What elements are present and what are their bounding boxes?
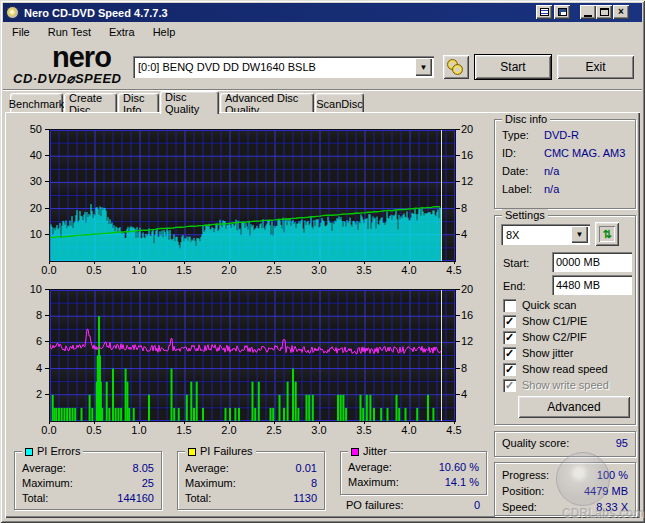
disc-info-label: Date: [502,165,544,177]
checkbox-show-c2-pif[interactable]: ✓Show C2/PIF [503,330,587,344]
y-axis-right-tick: 12 [461,175,487,187]
y-axis-right-tick: 8 [461,202,487,214]
y-axis-right-tick: 8 [461,362,487,374]
stat-label: Total: [185,492,211,504]
title-bar[interactable]: Nero CD-DVD Speed 4.7.7.3 × [3,3,642,22]
stat-value: 10.60 % [439,461,479,473]
tab-create-disc[interactable]: Create Disc [64,93,117,113]
tab-advanced-disc-quality[interactable]: Advanced Disc Quality [220,93,314,113]
tick-mark [45,208,49,209]
tab-benchmark[interactable]: Benchmark [10,93,63,113]
checkbox-show-jitter[interactable]: ✓Show jitter [503,346,573,360]
close-icon: × [618,7,624,17]
progress-label: Progress: [502,469,549,481]
x-axis-tick: 3.0 [304,424,334,436]
jitter-series [50,329,441,354]
tab-scandisc[interactable]: ScanDisc [315,93,364,113]
tick-mark [45,234,49,235]
x-axis-tick: 3.5 [349,424,379,436]
stat-value: 14.1 % [445,476,479,488]
x-axis-tick: 0.5 [79,424,109,436]
end-mb-field[interactable]: 4480 MB [552,275,632,295]
tick-mark [456,155,460,156]
checkbox-quick-scan[interactable]: Quick scan [503,298,576,312]
menu-bar: File Run Test Extra Help [3,22,642,41]
checkbox-show-c1-pie[interactable]: ✓Show C1/PIE [503,314,587,328]
disc-info-value: n/a [544,165,559,177]
pi-failures-panel: PI Failures Average:0.01 Maximum:8 Total… [177,451,325,510]
tick-mark [409,261,410,264]
x-axis-tick: 2.0 [214,264,244,276]
pi-failures-panel-title: PI Failures [185,445,256,457]
tick-mark [49,421,50,424]
x-axis-tick: 0.0 [34,264,64,276]
chart-canvas [50,130,455,261]
checkbox-show-read-speed[interactable]: ✓Show read speed [503,362,608,376]
tick-mark [45,289,49,290]
x-axis-tick: 4.5 [439,424,469,436]
tick-mark [184,261,185,264]
tab-disc-quality[interactable]: Disc Quality [160,91,219,114]
tick-mark [45,368,49,369]
settings-title: Settings [502,209,548,221]
drive-select[interactable]: [0:0] BENQ DVD DD DW1640 BSLB ▼ [133,56,434,78]
advanced-button[interactable]: Advanced [518,396,630,418]
tick-mark [45,181,49,182]
stat-value: 25 [142,477,154,489]
chevron-down-icon[interactable]: ▼ [415,58,432,76]
nero-discs-button[interactable] [443,55,469,79]
y-axis-left-tick: 6 [12,335,42,347]
pi-errors-panel-title: PI Errors [22,445,83,457]
y-axis-left-tick: 8 [12,309,42,321]
speed-label: Speed: [502,501,537,513]
y-axis-right-tick: 4 [461,388,487,400]
disc-info-value: DVD-R [544,129,579,141]
stat-value: 1130 [293,492,317,504]
tick-mark [229,421,230,424]
y-axis-right-tick: 20 [461,123,487,135]
refresh-button[interactable]: ⇅ [595,222,619,246]
window-title: Nero CD-DVD Speed 4.7.7.3 [24,7,168,19]
stat-label: Maximum: [348,476,399,488]
tab-disc-info[interactable]: Disc Info [118,93,159,113]
stat-value: 8.05 [133,462,154,474]
speed-select[interactable]: 8X ▼ [501,224,590,245]
x-axis-tick: 2.5 [259,264,289,276]
chevron-down-icon[interactable]: ▼ [571,226,588,243]
jitter-panel-title: Jitter [348,445,390,457]
x-axis-tick: 0.0 [34,424,64,436]
x-axis-tick: 1.5 [169,424,199,436]
stat-label: Maximum: [22,477,73,489]
maximize-button[interactable] [596,5,612,19]
pi-errors-legend-swatch [25,448,33,456]
save-button[interactable] [554,5,570,19]
checkbox-show-write-speed: ✓Show write speed [503,378,609,392]
menu-help[interactable]: Help [144,24,185,40]
tick-mark [139,421,140,424]
end-mb-label: End: [503,280,526,292]
y-axis-right-tick: 16 [461,149,487,161]
quality-score-value: 95 [616,437,628,449]
y-axis-left-tick: 20 [12,202,42,214]
menu-file[interactable]: File [3,24,39,40]
x-axis-tick: 1.0 [124,424,154,436]
minimize-button[interactable] [580,5,596,19]
exit-button[interactable]: Exit [557,55,634,79]
tick-mark [454,261,455,264]
start-button[interactable]: Start [475,55,551,79]
minimize-icon [584,15,592,17]
start-mb-field[interactable]: 0000 MB [552,252,632,272]
report-button[interactable] [536,5,552,19]
checkbox-icon: ✓ [503,347,516,360]
y-axis-right-tick: 20 [461,283,487,295]
pi-failures-chart [49,289,456,422]
tick-mark [45,315,49,316]
cd-dvd-speed-logo: CD·DVD⌀SPEED [13,71,121,86]
menu-extra[interactable]: Extra [100,24,144,40]
y-axis-left-tick: 30 [12,175,42,187]
close-button[interactable]: × [613,5,629,19]
x-axis-tick: 4.0 [394,424,424,436]
drive-select-value: [0:0] BENQ DVD DD DW1640 BSLB [133,61,316,73]
menu-run-test[interactable]: Run Test [39,24,100,40]
disc-info-panel: Disc info Type:DVD-R ID:CMC MAG. AM3 Dat… [494,119,636,209]
